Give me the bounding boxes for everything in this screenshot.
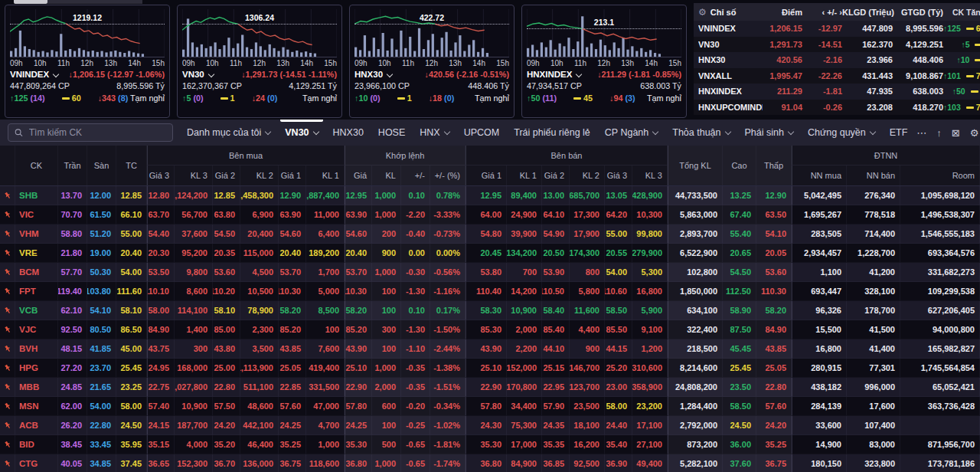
upload-icon[interactable]: ↑ bbox=[936, 127, 942, 139]
pin-cell[interactable] bbox=[0, 263, 15, 282]
index-gtgd: 8,995.596 bbox=[893, 24, 943, 33]
pin-cell[interactable] bbox=[0, 435, 15, 454]
tab-upcom[interactable]: UPCOM bbox=[464, 120, 500, 146]
settings-gear-icon[interactable]: ⚙ bbox=[698, 7, 707, 18]
board-cell: 75,300 bbox=[507, 416, 542, 435]
tab-hose[interactable]: HOSE bbox=[378, 120, 405, 146]
board-row-bcm[interactable]: BCM57.7050.3054.0053.509,80053.604,50053… bbox=[0, 263, 980, 282]
tab-danh-mục-của-tôi[interactable]: Danh mục của tôi bbox=[187, 120, 270, 146]
flat-bar-icon bbox=[975, 59, 980, 61]
search-box[interactable] bbox=[8, 123, 173, 142]
index-change: -12.97 bbox=[802, 24, 842, 33]
header-mua-sub: Giá 2 bbox=[213, 166, 240, 185]
board-row-vjc[interactable]: VJC92.5080.5086.5084.901,40085.002,30085… bbox=[0, 320, 980, 339]
price-board-header: CKTrầnSànTCBên muaGiá 3KL 3Giá 2KL 2Giá … bbox=[0, 146, 980, 186]
reference-value-label: 422.72 bbox=[420, 13, 444, 22]
index-table-row[interactable]: VNXALL1,995.47-22.26431.4439,108.867↑101… bbox=[694, 68, 980, 84]
index-name-dropdown[interactable]: VNINDEX bbox=[10, 69, 58, 80]
pin-cell[interactable] bbox=[0, 244, 15, 263]
board-row-vcb[interactable]: VCB62.1054.1058.1058.00114,10058.1078,90… bbox=[0, 301, 980, 320]
index-name-dropdown[interactable]: VN30 bbox=[182, 69, 214, 80]
header-change: ‹ +/- › bbox=[802, 8, 842, 17]
reference-value-label: 1306.24 bbox=[245, 13, 274, 22]
board-cell: -2.20 bbox=[401, 205, 430, 225]
board-cell: 57.90 bbox=[542, 397, 570, 416]
board-row-msn[interactable]: MSN62.0054.0058.0057.4010,90057.5048,600… bbox=[0, 397, 980, 416]
tab-chứng-quyền[interactable]: Chứng quyền bbox=[808, 120, 875, 146]
board-cell: 20.35 bbox=[213, 244, 240, 263]
tab-thỏa-thuận[interactable]: Thỏa thuận bbox=[672, 120, 730, 146]
decliners-count: ↓94 (3) bbox=[609, 92, 635, 104]
board-cell: 5,042,495 bbox=[792, 186, 847, 205]
up-count: ↑5 bbox=[961, 40, 969, 49]
board-row-hpg[interactable]: HPG27.2023.7025.4524.95168,00025.001,113… bbox=[0, 359, 980, 378]
settings-gear-icon[interactable]: ⚙ bbox=[970, 127, 979, 139]
board-row-ctg[interactable]: CTG40.0534.8537.4536.65152,30036.70136,0… bbox=[0, 454, 980, 472]
chevron-down-icon bbox=[312, 129, 318, 135]
board-row-acb[interactable]: ACB26.2022.8024.5024.15187,70024.20442,1… bbox=[0, 416, 980, 435]
board-cell: -0.20 bbox=[401, 397, 430, 416]
tab-vn30[interactable]: VN30 bbox=[285, 120, 318, 146]
tab-trái-phiếu-riêng-lẻ[interactable]: Trái phiếu riêng lẻ bbox=[514, 120, 590, 146]
pin-cell[interactable] bbox=[0, 378, 15, 397]
board-cell: 1,095,698,120 bbox=[900, 186, 980, 205]
board-cell: 107,400 bbox=[847, 416, 900, 435]
board-cell: 5,900 bbox=[632, 301, 668, 320]
flat-bar-icon bbox=[971, 90, 978, 93]
board-cell: 1,850,000 bbox=[668, 282, 723, 301]
board-cell: 18,100 bbox=[570, 416, 605, 435]
tab-hnx30[interactable]: HNX30 bbox=[333, 120, 364, 146]
pin-cell[interactable] bbox=[0, 359, 15, 378]
board-row-shb[interactable]: SHB13.7012.0012.8512.801,124,20012.851,4… bbox=[0, 186, 980, 205]
index-table-row[interactable]: HNXUPCOMINDEX91.04-0.2623.208418.270↑103… bbox=[694, 100, 980, 116]
board-row-vic[interactable]: VIC70.7061.5066.1063.7056,70063.806,9006… bbox=[0, 205, 980, 225]
ticker-cell: VHM bbox=[15, 225, 58, 244]
board-row-mbb[interactable]: MBB24.8521.6523.2522.751,027,80022.80511… bbox=[0, 378, 980, 397]
search-input[interactable] bbox=[28, 126, 166, 139]
pin-cell[interactable] bbox=[0, 416, 15, 435]
excel-export-icon[interactable]: ⊠ bbox=[952, 127, 960, 139]
index-table-row[interactable]: VNINDEX1,206.15-12.97447.8098,995.596↑12… bbox=[694, 21, 980, 37]
index-table-row[interactable]: HNXINDEX211.29-1.8147.935638.003↑5045↓94 bbox=[694, 84, 980, 100]
board-cell: 33,600 bbox=[792, 416, 847, 435]
index-table-row[interactable]: HNX30420.56-2.1623.966448.406↑101↓18 bbox=[694, 52, 980, 68]
board-cell: 84,900 bbox=[507, 454, 542, 472]
board-row-fpt[interactable]: FPT119.40103.80111.60110.108,600110.2010… bbox=[0, 282, 980, 301]
chart-breadth-row: ↑50 (11)45↓94 (3)Tạm nghỉ bbox=[527, 92, 681, 104]
pin-cell[interactable] bbox=[0, 282, 15, 301]
board-cell: 17,100 bbox=[632, 416, 668, 435]
pin-cell[interactable] bbox=[0, 397, 15, 416]
board-cell: 80.50 bbox=[87, 320, 116, 339]
pin-cell[interactable] bbox=[0, 301, 15, 320]
total-value: 4,129.251 Tỷ bbox=[289, 80, 337, 92]
tab-cp-ngành[interactable]: CP Ngành bbox=[605, 120, 658, 146]
board-row-vhm[interactable]: VHM58.8051.2055.0054.4037,60054.5020,400… bbox=[0, 225, 980, 244]
board-cell: 13.25 bbox=[723, 186, 756, 205]
pin-cell[interactable] bbox=[0, 339, 15, 359]
board-cell: 22.80 bbox=[213, 378, 240, 397]
index-name-dropdown[interactable]: HNXINDEX bbox=[527, 69, 581, 80]
tab-phái-sinh[interactable]: Phái sinh bbox=[745, 120, 793, 146]
pin-cell[interactable] bbox=[0, 186, 15, 205]
pin-cell[interactable] bbox=[0, 205, 15, 225]
board-cell: 900 bbox=[570, 339, 605, 359]
tab-etf[interactable]: ETF bbox=[890, 120, 908, 146]
board-cell: 5,300 bbox=[632, 263, 668, 282]
more-icon[interactable]: ⋯ bbox=[916, 127, 926, 139]
pin-cell[interactable] bbox=[0, 225, 15, 244]
board-cell: 2,893,700 bbox=[668, 225, 723, 244]
tab-hnx[interactable]: HNX bbox=[420, 120, 449, 146]
x-tick: 14h bbox=[472, 59, 485, 67]
board-cell: 54.50 bbox=[213, 225, 240, 244]
pin-cell[interactable] bbox=[0, 454, 15, 472]
index-name-dropdown[interactable]: HNX30 bbox=[354, 69, 392, 80]
pin-cell[interactable] bbox=[0, 320, 15, 339]
index-table-row[interactable]: VN301,291.73-14.51162.3704,129.251↑51↓24 bbox=[694, 37, 980, 53]
index-chart-panel-vnindex: 1219.1209h10h11h12h13h14h15hVNINDEX↓1,20… bbox=[5, 5, 170, 118]
board-row-bvh[interactable]: BVH48.1541.8545.0043.7530043.803,50043.8… bbox=[0, 339, 980, 359]
board-row-bid[interactable]: BID38.4533.4535.9535.154,00035.2046,4003… bbox=[0, 435, 980, 454]
unchanged-count: 1 bbox=[220, 92, 235, 104]
board-cell: 6,900 bbox=[240, 205, 279, 225]
board-cell: -2.44% bbox=[430, 339, 466, 359]
board-row-vre[interactable]: VRE21.8019.0020.4020.3095,20020.35115,00… bbox=[0, 244, 980, 263]
